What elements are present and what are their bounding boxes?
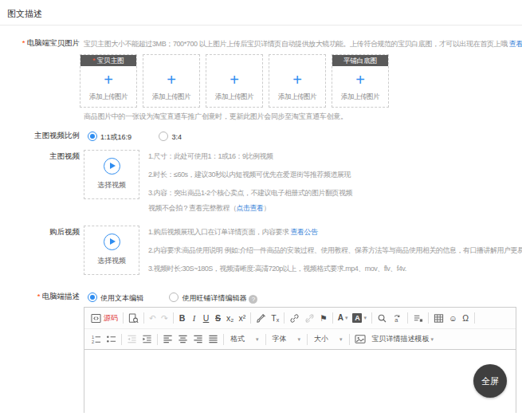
- field-label-pc-description: *电脑端描述: [0, 292, 80, 302]
- choose-after-sale-video-box[interactable]: 选择视频: [84, 226, 139, 275]
- special-char-button[interactable]: Ω: [460, 311, 472, 325]
- strikethrough-button[interactable]: S: [212, 311, 224, 325]
- upload-label: 添加上传图片: [206, 92, 262, 102]
- click-view-link[interactable]: 点击查看: [237, 204, 264, 212]
- rich-text-editor: 源码 ↶ ↷ B I U S x₂ x² Tx: [84, 307, 516, 413]
- size-dropdown[interactable]: 大小▾: [310, 334, 347, 344]
- link-button[interactable]: [287, 311, 302, 325]
- fullscreen-button[interactable]: 全屏: [473, 364, 507, 398]
- help-icon[interactable]: ?: [249, 295, 257, 304]
- align-justify-icon: [208, 334, 218, 344]
- view-spec-link[interactable]: 查看规范: [509, 40, 522, 48]
- search-icon: [377, 313, 387, 324]
- upload-box-white-bg[interactable]: 平铺白底图 + 添加上传图片: [332, 54, 389, 108]
- plus-icon: +: [269, 72, 325, 88]
- align-left-button[interactable]: [160, 332, 175, 347]
- background-color-icon: A: [352, 313, 362, 323]
- insert-image-button[interactable]: [352, 332, 368, 347]
- background-color-button[interactable]: A▾: [350, 311, 369, 325]
- chevron-down-icon: ▾: [339, 336, 343, 343]
- chevron-down-icon: ▾: [431, 336, 434, 343]
- item-description-page: 图文描述 *电脑端宝贝图片 宝贝主图大小不能超过3MB；700*700 以上图片…: [0, 0, 522, 420]
- source-code-button[interactable]: 源码: [88, 311, 120, 325]
- preview-button[interactable]: [126, 311, 141, 325]
- page-title: 图文描述: [7, 8, 42, 20]
- upload-box-3[interactable]: + 添加上传图片: [206, 54, 263, 108]
- ordered-list-button[interactable]: 12: [88, 332, 104, 347]
- choose-main-video-box[interactable]: 选择视频: [84, 150, 139, 199]
- view-announcement-link[interactable]: 查看公告: [291, 228, 318, 236]
- toolbar-separator: [407, 312, 408, 324]
- plus-icon: +: [332, 72, 388, 88]
- radio-label: 3:4: [171, 133, 182, 141]
- radio-label: 1:1或16:9: [100, 133, 131, 141]
- flag-icon: ⚑: [320, 313, 327, 323]
- ztc-sync-note: 商品图片中的一张设为淘宝直通车推广创意时，更新此图片会同步至淘宝直通车创意。: [84, 112, 347, 122]
- play-icon: [104, 158, 120, 175]
- source-code-label: 源码: [104, 313, 118, 324]
- format-painter-button[interactable]: [253, 311, 269, 325]
- upload-label: 添加上传图片: [80, 92, 136, 102]
- radio-ratio-1-1-or-16-9[interactable]: [88, 131, 97, 141]
- upload-box-2[interactable]: + 添加上传图片: [143, 54, 200, 108]
- svg-text:1: 1: [92, 335, 94, 340]
- field-label-video-ratio: 主图视频比例: [0, 131, 80, 141]
- editor-toolbar-row2: 12: [84, 329, 516, 350]
- align-right-icon: [193, 334, 203, 344]
- outdent-button[interactable]: [124, 332, 139, 347]
- main-image-badge: *宝贝主图: [80, 55, 136, 66]
- text-color-button[interactable]: A▾: [336, 311, 351, 325]
- main-video-hint-2: 2.时长：≤60s，建议30秒以内短视频可优先在爱逛街等推荐频道展现: [148, 170, 351, 180]
- undo-button[interactable]: ↶: [147, 311, 159, 325]
- main-video-hint-1: 1.尺寸：此处可使用1：1或16：9比例视频: [148, 151, 273, 162]
- chevron-down-icon: ▾: [256, 336, 259, 343]
- format-dropdown[interactable]: 格式▾: [226, 334, 263, 344]
- font-dropdown[interactable]: 字体▾: [269, 334, 305, 344]
- indent-button[interactable]: [139, 332, 155, 347]
- superscript-button[interactable]: x²: [236, 311, 248, 325]
- underline-button[interactable]: U: [200, 311, 212, 325]
- detail-template-dropdown[interactable]: 宝贝详情描述模板▾: [368, 334, 438, 344]
- header-divider: [0, 25, 522, 26]
- anchor-flag-button[interactable]: ⚑: [317, 311, 329, 325]
- link-icon: [289, 313, 300, 324]
- toolbar-separator: [349, 334, 350, 345]
- redo-icon: ↷: [161, 313, 168, 323]
- source-code-icon: [91, 313, 101, 324]
- upload-label: 添加上传图片: [269, 92, 325, 102]
- show-blocks-button[interactable]: [410, 311, 426, 325]
- table-button[interactable]: [431, 311, 446, 325]
- bullet-list-button[interactable]: [104, 332, 119, 347]
- unlink-icon: [304, 313, 315, 324]
- bold-button[interactable]: B: [176, 311, 188, 325]
- upload-box-4[interactable]: + 添加上传图片: [269, 54, 326, 108]
- editor-content-area[interactable]: [84, 350, 516, 414]
- pc-description-options: 使用文本编辑 使用旺铺详情编辑器?: [88, 289, 257, 304]
- radio-ratio-3-4[interactable]: [159, 131, 168, 141]
- radio-text-editor[interactable]: [88, 292, 97, 302]
- search-button[interactable]: [375, 311, 390, 325]
- radio-wangpu-editor[interactable]: [169, 292, 179, 302]
- unlink-button[interactable]: [302, 311, 317, 325]
- bullet-list-icon: [106, 334, 116, 344]
- white-bg-badge: 平铺白底图: [332, 55, 388, 66]
- remove-format-button[interactable]: Tx: [269, 311, 281, 325]
- toolbar-separator: [250, 312, 251, 324]
- radio-label: 使用文本编辑: [100, 294, 143, 302]
- editor-toolbar-row1: 源码 ↶ ↷ B I U S x₂ x² Tx: [84, 308, 516, 329]
- align-right-button[interactable]: [190, 332, 206, 347]
- subscript-button[interactable]: x₂: [224, 311, 236, 325]
- align-center-icon: [178, 334, 188, 344]
- italic-button[interactable]: I: [188, 311, 200, 325]
- replace-icon: a: [392, 313, 402, 324]
- toolbar-separator: [157, 334, 158, 345]
- smiley-icon: ☺: [449, 313, 457, 323]
- upload-box-main-image[interactable]: *宝贝主图 + 添加上传图片: [80, 54, 137, 108]
- align-center-button[interactable]: [175, 332, 190, 347]
- emoji-button[interactable]: ☺: [446, 311, 460, 325]
- replace-button[interactable]: a: [390, 311, 405, 325]
- align-justify-button[interactable]: [206, 332, 221, 347]
- redo-button[interactable]: ↷: [159, 311, 171, 325]
- toolbar-separator: [121, 334, 122, 345]
- format-painter-icon: [256, 313, 266, 324]
